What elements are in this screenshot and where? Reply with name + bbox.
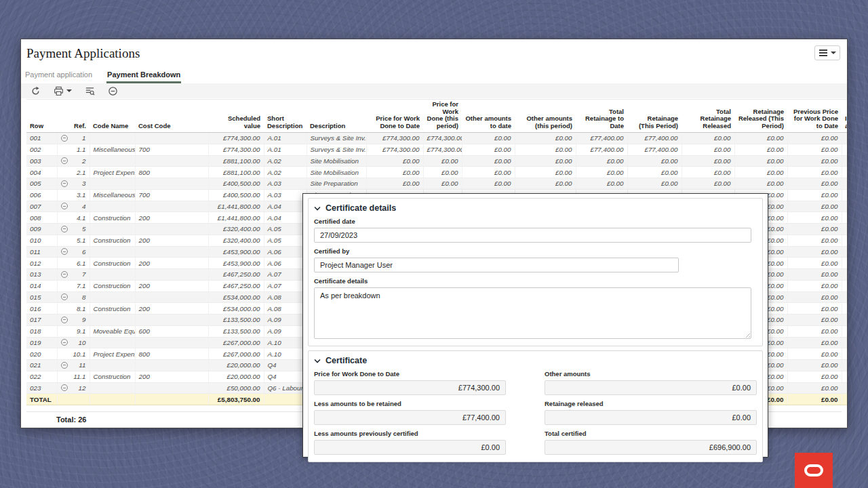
column-header-total_retainage_to_date[interactable]: Total Retainage to Date xyxy=(576,100,627,133)
oracle-logo xyxy=(795,453,833,488)
refresh-icon xyxy=(31,86,41,96)
collapse-all-icon xyxy=(108,86,118,96)
collapse-row-icon[interactable] xyxy=(61,362,68,369)
section-title: Certificate details xyxy=(326,203,396,213)
certified-by-input[interactable]: Project Manager User xyxy=(314,258,679,272)
print-button[interactable] xyxy=(54,86,72,96)
collapse-row-icon[interactable] xyxy=(61,180,68,187)
certificate-panel: Certificate details Certified date 27/09… xyxy=(302,193,768,458)
column-header-code_name[interactable]: Code Name xyxy=(90,100,135,133)
retainage-released-field[interactable]: £0.00 xyxy=(545,410,757,425)
certified-by-label: Certified by xyxy=(314,247,757,255)
collapse-row-icon[interactable] xyxy=(61,203,68,209)
dropdown-caret-icon xyxy=(831,52,836,54)
window-menu-button[interactable] xyxy=(814,45,840,60)
column-header-price_for_work_done_this_period[interactable]: Price for Work Done (this period) xyxy=(423,100,462,133)
window-header: Payment Applications xyxy=(21,39,847,68)
print-dropdown-caret-icon[interactable] xyxy=(66,89,72,92)
less-amounts-retained-field[interactable]: £77,400.00 xyxy=(314,410,506,425)
chevron-down-icon xyxy=(314,359,321,363)
column-header-price_for_work_done_to_date[interactable]: Price for Work Done to Date xyxy=(366,100,423,133)
total-certified-field[interactable]: £696,900.00 xyxy=(545,440,757,455)
column-header-clipped[interactable]: I an xyxy=(842,100,847,133)
column-header-cost_code[interactable]: Cost Code xyxy=(135,100,208,133)
certified-date-input[interactable]: 27/09/2023 xyxy=(314,228,751,243)
page-title: Payment Applications xyxy=(26,46,140,61)
collapse-row-icon[interactable] xyxy=(61,317,68,323)
column-header-short_description[interactable]: Short Description xyxy=(264,100,307,133)
table-row[interactable]: 0042.1Project Expenses800£881,100.00A.02… xyxy=(26,167,847,178)
collapse-all-button[interactable] xyxy=(108,86,118,96)
less-amounts-retained-label: Less amounts to be retained xyxy=(314,400,506,407)
certificate-section-header[interactable]: Certificate xyxy=(314,356,757,365)
collapse-row-icon[interactable] xyxy=(61,339,68,346)
less-amounts-previously-certified-label: Less amounts previously certified xyxy=(314,430,506,437)
table-row[interactable]: 0021.1Miscellaneous700£774,300.00A.01Sur… xyxy=(26,144,847,155)
refresh-button[interactable] xyxy=(31,86,41,96)
oracle-o-icon xyxy=(804,464,823,476)
collapse-row-icon[interactable] xyxy=(61,157,68,164)
collapse-row-icon[interactable] xyxy=(61,248,68,255)
certificate-section: Certificate Price for Work Done to Date … xyxy=(308,350,763,462)
column-header-retainage_released_this_period[interactable]: Retainage Released (This Period) xyxy=(734,100,787,133)
collapse-row-icon[interactable] xyxy=(61,226,68,232)
table-row[interactable]: 0032£881,100.00A.02Site Mobilisation£0.0… xyxy=(26,155,847,167)
less-amounts-previously-certified-field[interactable]: £0.00 xyxy=(314,440,506,455)
collapse-row-icon[interactable] xyxy=(61,135,68,142)
column-header-retainage_this_period[interactable]: Retainage (This Period) xyxy=(627,100,682,133)
column-header-other_amounts_to_date[interactable]: Other amounts to date xyxy=(462,100,515,133)
collapse-row-icon[interactable] xyxy=(61,384,68,391)
query-by-example-button[interactable] xyxy=(85,86,95,96)
certificate-details-section-header[interactable]: Certificate details xyxy=(314,203,757,213)
certificate-details-label: Certificate details xyxy=(314,277,757,285)
other-amounts-label: Other amounts xyxy=(545,370,757,378)
column-header-ref[interactable]: Ref. xyxy=(57,100,90,133)
retainage-released-label: Retainage released xyxy=(545,400,757,407)
column-header-other_amounts_this_period[interactable]: Other amounts (this period) xyxy=(515,100,576,133)
column-header-row[interactable]: Row xyxy=(26,100,57,133)
column-header-total_retainage_released[interactable]: Total Retainage Released xyxy=(682,100,734,133)
certificate-details-section: Certificate details Certified date 27/09… xyxy=(308,198,763,346)
collapse-row-icon[interactable] xyxy=(61,271,68,278)
hamburger-icon xyxy=(819,52,827,54)
table-toolbar xyxy=(21,83,847,98)
price-for-work-done-field[interactable]: £774,300.00 xyxy=(314,380,506,395)
table-row[interactable]: 0053£400,500.00A.03Site Preparation£0.00… xyxy=(26,178,847,190)
query-by-example-icon xyxy=(85,86,95,96)
total-certified-label: Total certified xyxy=(545,430,757,437)
chevron-down-icon xyxy=(314,206,321,211)
table-header-row: RowRef.Code NameCost CodeScheduled value… xyxy=(26,100,847,133)
other-amounts-field[interactable]: £0.00 xyxy=(545,380,757,395)
tab-payment-application[interactable]: Payment application xyxy=(24,68,93,83)
certified-date-label: Certified date xyxy=(314,218,757,225)
print-icon xyxy=(54,86,64,96)
column-header-scheduled_value[interactable]: Scheduled value xyxy=(208,100,264,133)
table-row[interactable]: 0011£774,300.00A.01Surveys & Site Inv...… xyxy=(26,133,847,144)
price-for-work-done-label: Price for Work Done to Date xyxy=(314,370,506,378)
desktop: { "app": { "title": "Payment Application… xyxy=(0,0,868,488)
section-title: Certificate xyxy=(326,356,367,365)
column-header-description[interactable]: Description xyxy=(307,100,366,133)
certificate-details-textarea[interactable]: As per breakdown xyxy=(314,287,751,339)
tab-payment-breakdown[interactable]: Payment Breakdown xyxy=(106,68,181,83)
collapse-row-icon[interactable] xyxy=(61,293,68,300)
column-header-previous_price_for_work_done_to_date[interactable]: Previous Price for Work Done to Date xyxy=(787,100,842,133)
tab-bar: Payment application Payment Breakdown xyxy=(21,68,847,83)
